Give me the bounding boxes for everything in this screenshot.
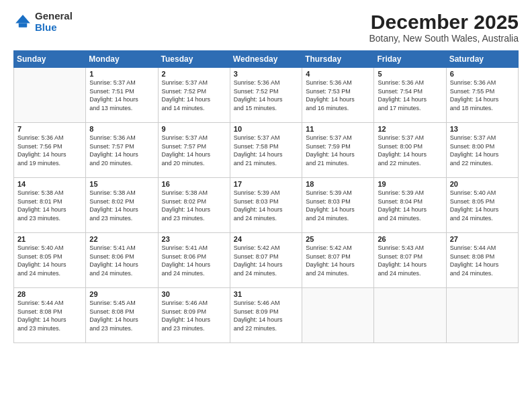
day-info: Sunrise: 5:37 AM Sunset: 7:58 PM Dayligh…	[234, 134, 298, 167]
calendar-week-row: 28Sunrise: 5:44 AM Sunset: 8:08 PM Dayli…	[14, 288, 519, 343]
title-block: December 2025 Botany, New South Wales, A…	[369, 11, 519, 44]
calendar-day-cell: 21Sunrise: 5:40 AM Sunset: 8:05 PM Dayli…	[14, 233, 86, 288]
calendar-day-cell: 10Sunrise: 5:37 AM Sunset: 7:58 PM Dayli…	[230, 123, 302, 178]
day-info: Sunrise: 5:36 AM Sunset: 7:53 PM Dayligh…	[306, 79, 370, 112]
calendar-header-row: SundayMondayTuesdayWednesdayThursdayFrid…	[14, 51, 519, 68]
calendar-day-cell: 11Sunrise: 5:37 AM Sunset: 7:59 PM Dayli…	[302, 123, 374, 178]
calendar-day-cell: 1Sunrise: 5:37 AM Sunset: 7:51 PM Daylig…	[86, 68, 158, 123]
calendar-day-cell: 19Sunrise: 5:39 AM Sunset: 8:04 PM Dayli…	[374, 178, 446, 233]
page: General Blue December 2025 Botany, New S…	[0, 0, 532, 411]
day-info: Sunrise: 5:46 AM Sunset: 8:09 PM Dayligh…	[234, 299, 298, 332]
day-number: 20	[450, 180, 515, 188]
svg-marker-0	[15, 15, 30, 23]
calendar-day-cell: 17Sunrise: 5:39 AM Sunset: 8:03 PM Dayli…	[230, 178, 302, 233]
logo-blue-text: Blue	[35, 22, 73, 34]
day-number: 4	[306, 70, 370, 78]
subtitle: Botany, New South Wales, Australia	[369, 33, 519, 44]
day-info: Sunrise: 5:37 AM Sunset: 7:57 PM Dayligh…	[162, 134, 226, 167]
day-info: Sunrise: 5:36 AM Sunset: 7:54 PM Dayligh…	[378, 79, 442, 112]
day-info: Sunrise: 5:37 AM Sunset: 7:51 PM Dayligh…	[89, 79, 154, 112]
calendar-day-cell	[302, 288, 374, 343]
day-number: 18	[306, 180, 370, 188]
day-number: 8	[89, 125, 154, 133]
day-info: Sunrise: 5:38 AM Sunset: 8:02 PM Dayligh…	[162, 189, 226, 222]
day-number: 16	[162, 180, 226, 188]
calendar-day-cell: 30Sunrise: 5:46 AM Sunset: 8:09 PM Dayli…	[158, 288, 230, 343]
logo: General Blue	[13, 11, 73, 33]
calendar-week-row: 7Sunrise: 5:36 AM Sunset: 7:56 PM Daylig…	[14, 123, 519, 178]
calendar-day-cell: 9Sunrise: 5:37 AM Sunset: 7:57 PM Daylig…	[158, 123, 230, 178]
day-number: 7	[17, 125, 82, 133]
day-number: 30	[162, 290, 226, 298]
calendar-day-cell: 23Sunrise: 5:41 AM Sunset: 8:06 PM Dayli…	[158, 233, 230, 288]
day-number: 3	[234, 70, 298, 78]
day-info: Sunrise: 5:39 AM Sunset: 8:03 PM Dayligh…	[234, 189, 298, 222]
month-title: December 2025	[369, 11, 519, 33]
day-number: 9	[162, 125, 226, 133]
calendar-day-cell: 18Sunrise: 5:39 AM Sunset: 8:03 PM Dayli…	[302, 178, 374, 233]
day-info: Sunrise: 5:42 AM Sunset: 8:07 PM Dayligh…	[234, 244, 298, 277]
day-number: 26	[378, 235, 442, 243]
day-info: Sunrise: 5:46 AM Sunset: 8:09 PM Dayligh…	[162, 299, 226, 332]
calendar-day-cell	[374, 288, 446, 343]
day-info: Sunrise: 5:44 AM Sunset: 8:08 PM Dayligh…	[17, 299, 82, 332]
calendar-day-cell: 13Sunrise: 5:37 AM Sunset: 8:00 PM Dayli…	[446, 123, 518, 178]
day-number: 31	[234, 290, 298, 298]
day-info: Sunrise: 5:45 AM Sunset: 8:08 PM Dayligh…	[89, 299, 154, 332]
calendar-day-cell	[446, 288, 518, 343]
day-number: 29	[89, 290, 154, 298]
calendar-day-cell: 28Sunrise: 5:44 AM Sunset: 8:08 PM Dayli…	[14, 288, 86, 343]
calendar-day-cell: 24Sunrise: 5:42 AM Sunset: 8:07 PM Dayli…	[230, 233, 302, 288]
day-info: Sunrise: 5:41 AM Sunset: 8:06 PM Dayligh…	[162, 244, 226, 277]
day-info: Sunrise: 5:39 AM Sunset: 8:04 PM Dayligh…	[378, 189, 442, 222]
calendar-day-cell: 16Sunrise: 5:38 AM Sunset: 8:02 PM Dayli…	[158, 178, 230, 233]
calendar-day-cell	[14, 68, 86, 123]
day-number: 17	[234, 180, 298, 188]
calendar-day-cell: 14Sunrise: 5:38 AM Sunset: 8:01 PM Dayli…	[14, 178, 86, 233]
day-info: Sunrise: 5:36 AM Sunset: 7:57 PM Dayligh…	[89, 134, 154, 167]
day-number: 24	[234, 235, 298, 243]
weekday-header: Thursday	[302, 51, 374, 68]
calendar-day-cell: 29Sunrise: 5:45 AM Sunset: 8:08 PM Dayli…	[86, 288, 158, 343]
weekday-header: Wednesday	[230, 51, 302, 68]
day-info: Sunrise: 5:40 AM Sunset: 8:05 PM Dayligh…	[450, 189, 515, 222]
day-number: 22	[89, 235, 154, 243]
day-number: 2	[162, 70, 226, 78]
day-number: 10	[234, 125, 298, 133]
calendar-week-row: 1Sunrise: 5:37 AM Sunset: 7:51 PM Daylig…	[14, 68, 519, 123]
calendar-day-cell: 7Sunrise: 5:36 AM Sunset: 7:56 PM Daylig…	[14, 123, 86, 178]
day-number: 11	[306, 125, 370, 133]
calendar-day-cell: 15Sunrise: 5:38 AM Sunset: 8:02 PM Dayli…	[86, 178, 158, 233]
calendar-day-cell: 27Sunrise: 5:44 AM Sunset: 8:08 PM Dayli…	[446, 233, 518, 288]
day-number: 28	[17, 290, 82, 298]
day-number: 6	[450, 70, 515, 78]
weekday-header: Saturday	[446, 51, 518, 68]
day-info: Sunrise: 5:37 AM Sunset: 8:00 PM Dayligh…	[450, 134, 515, 167]
weekday-header: Tuesday	[158, 51, 230, 68]
day-number: 14	[17, 180, 82, 188]
day-info: Sunrise: 5:37 AM Sunset: 8:00 PM Dayligh…	[378, 134, 442, 167]
day-info: Sunrise: 5:36 AM Sunset: 7:55 PM Dayligh…	[450, 79, 515, 112]
header: General Blue December 2025 Botany, New S…	[13, 11, 519, 44]
calendar-table: SundayMondayTuesdayWednesdayThursdayFrid…	[13, 50, 519, 343]
day-info: Sunrise: 5:36 AM Sunset: 7:52 PM Dayligh…	[234, 79, 298, 112]
day-number: 19	[378, 180, 442, 188]
day-info: Sunrise: 5:38 AM Sunset: 8:01 PM Dayligh…	[17, 189, 82, 222]
day-number: 12	[378, 125, 442, 133]
day-info: Sunrise: 5:36 AM Sunset: 7:56 PM Dayligh…	[17, 134, 82, 167]
calendar-day-cell: 22Sunrise: 5:41 AM Sunset: 8:06 PM Dayli…	[86, 233, 158, 288]
calendar-day-cell: 4Sunrise: 5:36 AM Sunset: 7:53 PM Daylig…	[302, 68, 374, 123]
calendar-day-cell: 12Sunrise: 5:37 AM Sunset: 8:00 PM Dayli…	[374, 123, 446, 178]
logo-icon	[13, 13, 32, 32]
day-info: Sunrise: 5:37 AM Sunset: 7:52 PM Dayligh…	[162, 79, 226, 112]
day-number: 5	[378, 70, 442, 78]
day-info: Sunrise: 5:41 AM Sunset: 8:06 PM Dayligh…	[89, 244, 154, 277]
day-number: 13	[450, 125, 515, 133]
calendar-day-cell: 2Sunrise: 5:37 AM Sunset: 7:52 PM Daylig…	[158, 68, 230, 123]
weekday-header: Friday	[374, 51, 446, 68]
calendar-day-cell: 20Sunrise: 5:40 AM Sunset: 8:05 PM Dayli…	[446, 178, 518, 233]
day-info: Sunrise: 5:44 AM Sunset: 8:08 PM Dayligh…	[450, 244, 515, 277]
calendar-week-row: 14Sunrise: 5:38 AM Sunset: 8:01 PM Dayli…	[14, 178, 519, 233]
calendar-day-cell: 8Sunrise: 5:36 AM Sunset: 7:57 PM Daylig…	[86, 123, 158, 178]
calendar-week-row: 21Sunrise: 5:40 AM Sunset: 8:05 PM Dayli…	[14, 233, 519, 288]
